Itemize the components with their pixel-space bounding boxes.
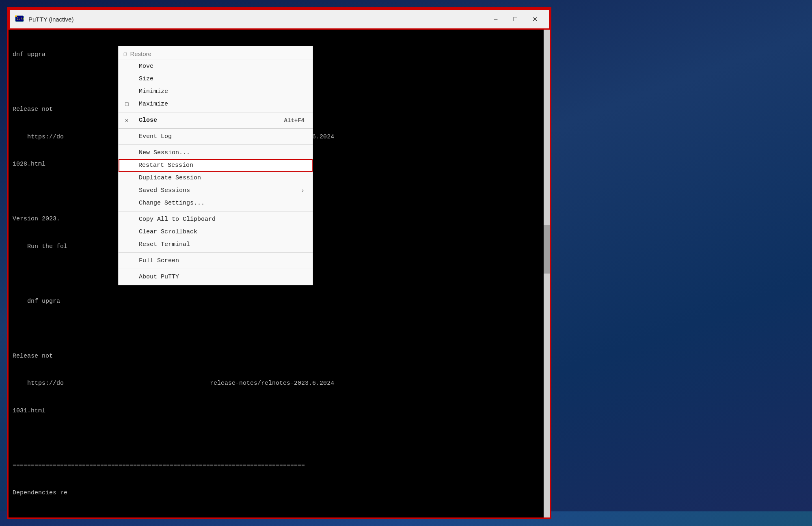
- menu-item-about[interactable]: About PuTTY: [119, 271, 313, 283]
- putty-window: C:\> PuTTY (inactive) – □ ✕ dnf upgra Re…: [7, 7, 551, 519]
- context-menu: ❐ Move Size – Minimize □ Maximize ✕ Clos…: [118, 46, 313, 285]
- menu-separator-3: [119, 144, 313, 145]
- saved-sessions-arrow: ›: [301, 188, 304, 194]
- menu-item-copy-all[interactable]: Copy All to Clipboard: [119, 213, 313, 226]
- terminal-line: Release not: [13, 352, 546, 361]
- menu-item-about-label: About PuTTY: [139, 274, 179, 280]
- title-bar: C:\> PuTTY (inactive) – □ ✕: [9, 9, 550, 30]
- terminal-line: Nothing to do.: [13, 516, 546, 518]
- terminal-line: 1031.html: [13, 407, 546, 416]
- terminal-line: [13, 324, 546, 334]
- scrollbar[interactable]: [544, 30, 550, 517]
- menu-item-maximize-label: Maximize: [139, 101, 168, 108]
- menu-item-change-settings-label: Change Settings...: [139, 200, 205, 207]
- menu-item-close[interactable]: ✕ Close Alt+F4: [119, 114, 313, 127]
- menu-item-saved-sessions[interactable]: Saved Sessions ›: [119, 184, 313, 197]
- menu-separator-6: [119, 269, 313, 269]
- maximize-button[interactable]: □: [506, 13, 525, 26]
- svg-rect-4: [15, 16, 16, 17]
- context-menu-search-bar: ❐: [119, 48, 313, 60]
- menu-item-change-settings[interactable]: Change Settings...: [119, 197, 313, 209]
- menu-item-close-label: Close: [139, 117, 157, 124]
- menu-item-reset-terminal-label: Reset Terminal: [139, 241, 190, 248]
- menu-item-reset-terminal[interactable]: Reset Terminal: [119, 238, 313, 251]
- menu-item-move[interactable]: Move: [119, 60, 313, 73]
- menu-item-minimize-label: Minimize: [139, 88, 168, 95]
- close-button[interactable]: ✕: [525, 13, 544, 26]
- menu-item-clear-scrollback[interactable]: Clear Scrollback: [119, 226, 313, 238]
- menu-item-maximize[interactable]: □ Maximize: [119, 98, 313, 110]
- menu-item-minimize[interactable]: – Minimize: [119, 85, 313, 98]
- svg-text:C:\>: C:\>: [17, 17, 24, 21]
- window-controls: – □ ✕: [486, 13, 544, 26]
- window-title: PuTTY (inactive): [28, 16, 486, 23]
- menu-item-duplicate-session[interactable]: Duplicate Session: [119, 172, 313, 184]
- terminal-line: dnf upgra: [13, 297, 546, 306]
- menu-separator-2: [119, 128, 313, 129]
- close-menu-icon: ✕: [125, 117, 128, 124]
- minimize-icon: –: [125, 88, 128, 95]
- menu-separator-4: [119, 211, 313, 211]
- menu-item-restart-session-label: Restart Session: [138, 162, 193, 169]
- menu-item-move-label: Move: [139, 63, 153, 70]
- menu-item-event-log-label: Event Log: [139, 133, 172, 140]
- menu-item-copy-all-label: Copy All to Clipboard: [139, 216, 216, 223]
- terminal-line: ========================================…: [13, 461, 546, 471]
- menu-item-new-session-label: New Session...: [139, 149, 190, 156]
- menu-item-restart-session[interactable]: Restart Session: [119, 159, 313, 172]
- terminal-area[interactable]: dnf upgra Release not https://do release…: [9, 30, 550, 517]
- close-shortcut: Alt+F4: [284, 117, 304, 124]
- terminal-line: https://do release-notes/relnotes-2023.6…: [13, 379, 546, 388]
- maximize-icon: □: [125, 101, 128, 108]
- menu-item-clear-scrollback-label: Clear Scrollback: [139, 229, 197, 235]
- app-icon: C:\>: [15, 14, 24, 24]
- terminal-line: Dependencies re: [13, 489, 546, 498]
- terminal-line: [13, 434, 546, 443]
- menu-item-duplicate-session-label: Duplicate Session: [139, 175, 201, 181]
- menu-separator-5: [119, 252, 313, 253]
- scrollbar-thumb[interactable]: [544, 225, 550, 274]
- menu-separator-1: [119, 112, 313, 112]
- menu-item-full-screen-label: Full Screen: [139, 257, 179, 264]
- menu-item-new-session[interactable]: New Session...: [119, 147, 313, 159]
- menu-item-saved-sessions-label: Saved Sessions: [139, 187, 190, 194]
- restore-search-input[interactable]: [130, 50, 308, 57]
- minimize-button[interactable]: –: [486, 13, 505, 26]
- restore-icon: ❐: [123, 50, 127, 57]
- menu-item-size-label: Size: [139, 75, 153, 82]
- menu-item-size[interactable]: Size: [119, 73, 313, 85]
- menu-item-full-screen[interactable]: Full Screen: [119, 254, 313, 267]
- menu-item-event-log[interactable]: Event Log: [119, 130, 313, 143]
